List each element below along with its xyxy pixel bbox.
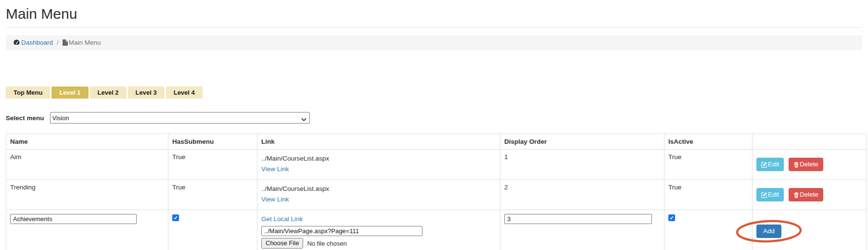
delete-button[interactable]: Delete xyxy=(789,158,823,171)
cell-has-submenu: True xyxy=(168,150,257,180)
select-menu-label: Select menu xyxy=(6,114,44,122)
link-url-text: ../Main/CourseList.aspx xyxy=(261,153,496,164)
menu-table: Name HasSubmenu Link Display Order IsAct… xyxy=(6,134,867,250)
header-actions xyxy=(753,134,867,150)
cell-name: Aim xyxy=(6,150,168,180)
menu-level-tabs: Top Menu Level 1 Level 2 Level 3 Level 4 xyxy=(6,87,862,99)
delete-button[interactable]: Delete xyxy=(789,188,823,201)
breadcrumb-current-label: Main Menu xyxy=(69,39,101,46)
delete-button-label: Delete xyxy=(800,161,818,168)
table-row: Aim True ../Main/CourseList.aspx View Li… xyxy=(6,150,867,180)
cell-name-input xyxy=(6,210,168,250)
cell-name: Trending xyxy=(6,180,168,210)
view-link[interactable]: View Link xyxy=(261,164,289,175)
cell-is-active: True xyxy=(664,180,753,210)
cell-link: ../Main/CourseList.aspx View Link xyxy=(257,180,500,210)
header-link: Link xyxy=(257,134,500,150)
title-divider xyxy=(6,27,862,28)
tab-top-menu[interactable]: Top Menu xyxy=(6,87,50,99)
menu-select[interactable]: Vision xyxy=(50,112,310,124)
edit-button[interactable]: Edit xyxy=(756,158,784,171)
link-url-text: ../Main/CourseList.aspx xyxy=(261,184,496,194)
breadcrumb-dashboard-label: Dashboard xyxy=(21,39,53,46)
cell-is-active: True xyxy=(664,150,753,180)
edit-button[interactable]: Edit xyxy=(756,188,784,201)
tab-level-3[interactable]: Level 3 xyxy=(128,87,165,99)
header-has-submenu: HasSubmenu xyxy=(168,134,257,150)
cell-actions: Edit Delete xyxy=(753,150,867,180)
breadcrumb-current: Main Menu xyxy=(63,39,101,46)
cell-has-submenu: True xyxy=(168,180,257,210)
delete-button-label: Delete xyxy=(800,191,818,199)
trash-icon xyxy=(793,192,799,198)
dashboard-gauge-icon xyxy=(13,39,20,46)
display-order-input[interactable] xyxy=(504,214,652,224)
file-icon xyxy=(63,39,68,46)
cell-add-action: Add xyxy=(753,210,867,250)
page-container: Main Menu Dashboard / Main Menu xyxy=(0,0,868,250)
cell-display-order: 2 xyxy=(500,180,664,210)
is-active-checkbox[interactable]: ✓ xyxy=(668,214,675,221)
tab-level-1[interactable]: Level 1 xyxy=(51,87,88,99)
cell-actions: Edit Delete xyxy=(753,180,867,210)
pencil-square-icon xyxy=(761,192,767,198)
header-is-active: IsActive xyxy=(664,134,753,150)
add-button[interactable]: Add xyxy=(756,225,781,238)
choose-file-button[interactable]: Choose File xyxy=(261,238,303,249)
header-name: Name xyxy=(6,134,168,150)
breadcrumb-dashboard-link[interactable]: Dashboard xyxy=(13,39,53,46)
has-submenu-checkbox[interactable]: ✓ xyxy=(172,214,179,221)
page-title: Main Menu xyxy=(6,5,862,23)
cell-display-order-input xyxy=(500,210,664,250)
cell-display-order: 1 xyxy=(500,150,664,180)
file-upload-row: Choose File No file chosen xyxy=(261,238,496,249)
cell-is-active-checkbox: ✓ xyxy=(664,210,753,250)
table-header-row: Name HasSubmenu Link Display Order IsAct… xyxy=(6,134,867,150)
table-row: Trending True ../Main/CourseList.aspx Vi… xyxy=(6,180,867,210)
header-display-order: Display Order xyxy=(500,134,664,150)
pencil-square-icon xyxy=(761,162,767,168)
edit-button-label: Edit xyxy=(768,161,779,168)
add-row: ✓ Get Local Link Choose File No file cho… xyxy=(6,210,867,250)
cell-has-submenu-checkbox: ✓ xyxy=(168,210,257,250)
trash-icon xyxy=(793,162,799,168)
select-menu-row: Select menu Vision xyxy=(6,112,862,124)
add-button-wrapper: Add xyxy=(756,225,781,238)
breadcrumb-separator: / xyxy=(57,39,59,46)
cell-link-input: Get Local Link Choose File No file chose… xyxy=(257,210,500,250)
get-local-link[interactable]: Get Local Link xyxy=(261,214,303,225)
cell-link: ../Main/CourseList.aspx View Link xyxy=(257,150,500,180)
tab-level-4[interactable]: Level 4 xyxy=(166,87,203,99)
name-input[interactable] xyxy=(10,214,137,224)
view-link[interactable]: View Link xyxy=(261,194,289,205)
no-file-chosen-text: No file chosen xyxy=(307,240,346,247)
edit-button-label: Edit xyxy=(768,191,779,199)
link-url-input[interactable] xyxy=(261,226,422,236)
breadcrumb: Dashboard / Main Menu xyxy=(6,35,862,50)
tab-level-2[interactable]: Level 2 xyxy=(90,87,127,99)
